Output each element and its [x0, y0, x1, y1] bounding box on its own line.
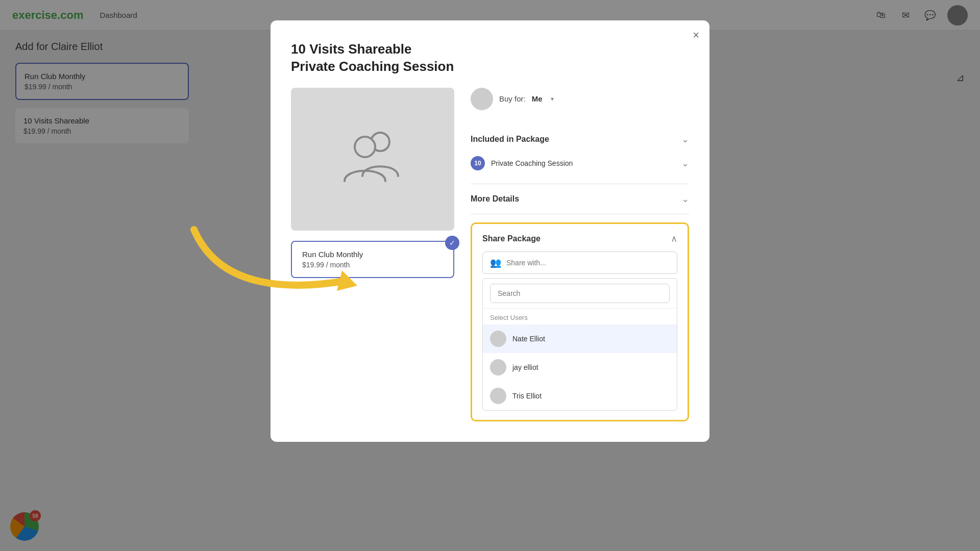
included-badge: 10 — [471, 156, 485, 170]
more-details-title: More Details — [471, 194, 519, 204]
plan-card-modal[interactable]: ✓ Run Club Monthly $19.99 / month — [291, 241, 454, 278]
plan-selected-checkmark: ✓ — [445, 236, 459, 250]
included-section: Included in Package ⌄ 10 Private Coachin… — [471, 124, 689, 184]
select-users-label: Select Users — [483, 309, 677, 324]
svg-point-1 — [355, 137, 375, 157]
people-illustration-icon — [337, 128, 408, 191]
package-image — [291, 88, 454, 231]
modal-right-panel: Buy for: Me ▾ Included in Package ⌄ 10 P… — [471, 88, 689, 421]
user-avatar-jay — [490, 359, 506, 375]
buy-for-label: Buy for: — [499, 94, 526, 103]
buy-for-row: Buy for: Me ▾ — [471, 88, 689, 110]
included-section-header[interactable]: Included in Package ⌄ — [471, 134, 689, 145]
user-avatar-nate — [490, 331, 506, 347]
share-package-section: Share Package ∧ 👥 Select Users — [471, 222, 689, 421]
modal-title: 10 Visits Shareable Private Coaching Ses… — [291, 41, 454, 76]
included-item: 10 Private Coaching Session ⌄ — [471, 152, 689, 174]
included-chevron-icon: ⌄ — [681, 134, 689, 145]
user-avatar-tris — [490, 388, 506, 404]
more-details-chevron-icon: ⌄ — [681, 193, 689, 205]
user-list-item[interactable]: Nate Elliot — [483, 324, 677, 353]
share-package-header[interactable]: Share Package ∧ — [482, 233, 677, 244]
included-section-title: Included in Package — [471, 135, 549, 144]
modal-body: ✓ Run Club Monthly $19.99 / month Buy fo… — [291, 88, 689, 421]
user-list-item[interactable]: Tris Elliot — [483, 382, 677, 410]
user-name-tris: Tris Elliot — [512, 392, 542, 400]
user-name-nate: Nate Elliot — [512, 335, 545, 343]
more-details-section: More Details ⌄ — [471, 184, 689, 214]
share-with-group-icon: 👥 — [490, 257, 501, 268]
modal-dialog: × 10 Visits Shareable Private Coaching S… — [271, 20, 709, 442]
user-name-jay: jay elliot — [512, 363, 538, 371]
buy-for-chevron-icon[interactable]: ▾ — [551, 95, 554, 103]
buy-for-value: Me — [532, 94, 543, 103]
buyer-avatar — [471, 88, 493, 110]
modal-plan-name: Run Club Monthly — [302, 250, 443, 259]
user-dropdown: Select Users Nate Elliot jay elliot Tris… — [482, 278, 677, 411]
search-box — [483, 279, 677, 309]
modal-plan-price: $19.99 / month — [302, 261, 443, 269]
share-package-chevron-icon: ∧ — [671, 233, 677, 244]
more-details-header[interactable]: More Details ⌄ — [471, 193, 689, 205]
search-input[interactable] — [490, 284, 670, 303]
modal-left-panel: ✓ Run Club Monthly $19.99 / month — [291, 88, 454, 421]
included-section-content: 10 Private Coaching Session ⌄ — [471, 152, 689, 174]
share-package-title: Share Package — [482, 234, 541, 243]
included-item-chevron-icon: ⌄ — [681, 158, 689, 169]
modal-close-button[interactable]: × — [693, 29, 699, 42]
share-with-input-field[interactable] — [506, 259, 670, 267]
user-list-item[interactable]: jay elliot — [483, 353, 677, 382]
share-with-input-row[interactable]: 👥 — [482, 252, 677, 274]
included-item-name: Private Coaching Session — [491, 159, 573, 167]
